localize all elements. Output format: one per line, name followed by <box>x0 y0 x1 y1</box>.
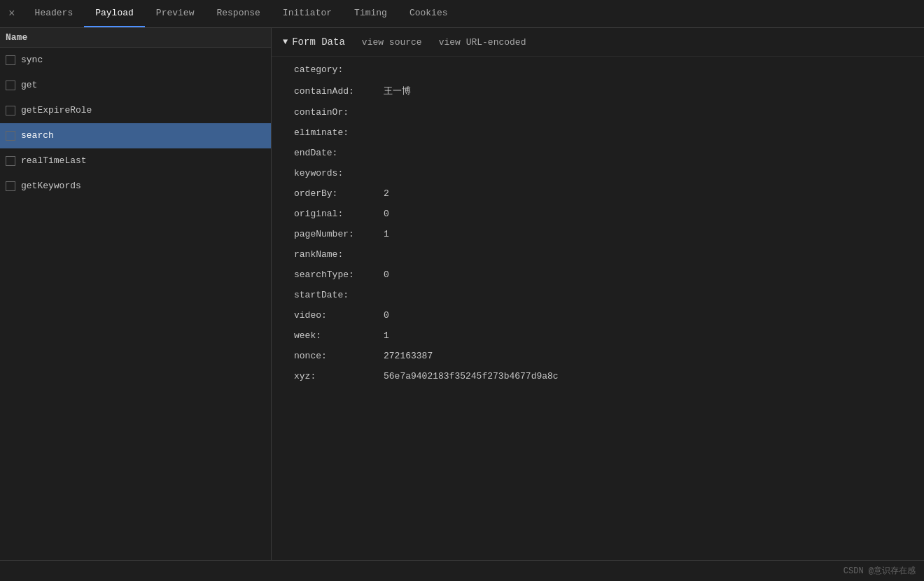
request-item[interactable]: getExpireRole <box>0 98 271 123</box>
form-value: 0 <box>384 209 389 219</box>
form-row: original:0 <box>272 204 924 224</box>
form-row: keywords: <box>272 163 924 183</box>
tab-bar: × Headers Payload Preview Response Initi… <box>0 0 924 28</box>
request-checkbox[interactable] <box>6 131 15 141</box>
tab-response[interactable]: Response <box>205 0 271 27</box>
form-data-title: ▼ Form Data <box>283 36 345 48</box>
left-panel: Name syncgetgetExpireRolesearchrealTimeL… <box>0 28 272 560</box>
form-key: rankName: <box>294 249 378 260</box>
form-key: searchType: <box>294 270 378 280</box>
request-checkbox[interactable] <box>6 106 15 115</box>
form-key: keywords: <box>294 168 378 178</box>
form-value: 272163387 <box>384 351 433 361</box>
form-row: searchType:0 <box>272 265 924 285</box>
form-data-label: Form Data <box>292 36 345 48</box>
form-row: category: <box>272 59 924 80</box>
form-key: containAdd: <box>294 86 378 97</box>
form-value: 1 <box>384 229 389 239</box>
form-row: containAdd:王一博 <box>272 80 924 102</box>
form-row: video:0 <box>272 305 924 326</box>
form-value: 56e7a9402183f35245f273b4677d9a8c <box>384 371 559 382</box>
close-tab-button[interactable]: × <box>0 0 24 27</box>
form-row: nonce:272163387 <box>272 346 924 366</box>
request-name: realTimeLast <box>21 155 87 166</box>
request-checkbox[interactable] <box>6 80 15 90</box>
form-key: xyz: <box>294 371 378 382</box>
form-row: endDate: <box>272 143 924 163</box>
form-row: rankName: <box>272 244 924 265</box>
form-key: pageNumber: <box>294 229 378 239</box>
tab-headers[interactable]: Headers <box>24 0 85 27</box>
request-name: getKeywords <box>21 181 81 191</box>
devtools-container: × Headers Payload Preview Response Initi… <box>0 0 924 581</box>
form-value: 王一博 <box>384 85 411 97</box>
form-key: endDate: <box>294 148 378 158</box>
request-checkbox[interactable] <box>6 181 15 191</box>
form-data-header: ▼ Form Data view source view URL-encoded <box>272 28 924 57</box>
form-row: week:1 <box>272 326 924 346</box>
form-key: original: <box>294 209 378 219</box>
request-item[interactable]: search <box>0 123 271 148</box>
tab-preview[interactable]: Preview <box>145 0 206 27</box>
footer: CSDN @意识存在感 <box>0 560 924 581</box>
form-key: nonce: <box>294 351 378 361</box>
tab-initiator[interactable]: Initiator <box>272 0 343 27</box>
view-source-link[interactable]: view source <box>362 37 422 48</box>
form-row: orderBy:2 <box>272 183 924 204</box>
form-key: orderBy: <box>294 188 378 199</box>
form-value: 2 <box>384 188 389 199</box>
request-name: get <box>21 80 37 90</box>
main-content: Name syncgetgetExpireRolesearchrealTimeL… <box>0 28 924 560</box>
form-row: eliminate: <box>272 122 924 143</box>
form-value: 1 <box>384 330 389 341</box>
request-item[interactable]: getKeywords <box>0 174 271 199</box>
tab-timing[interactable]: Timing <box>343 0 398 27</box>
footer-text: CSDN @意识存在感 <box>844 566 916 576</box>
request-item[interactable]: sync <box>0 48 271 73</box>
collapse-icon[interactable]: ▼ <box>283 37 288 47</box>
form-row: containOr: <box>272 102 924 122</box>
form-key: startDate: <box>294 290 378 300</box>
form-key: week: <box>294 330 378 341</box>
form-key: eliminate: <box>294 127 378 138</box>
form-row: xyz:56e7a9402183f35245f273b4677d9a8c <box>272 366 924 386</box>
request-name: sync <box>21 55 43 65</box>
form-data-body: category:containAdd:王一博containOr:elimina… <box>272 57 924 389</box>
tab-cookies[interactable]: Cookies <box>398 0 459 27</box>
form-row: pageNumber:1 <box>272 224 924 244</box>
request-item[interactable]: get <box>0 73 271 98</box>
request-name: search <box>21 130 54 141</box>
request-checkbox[interactable] <box>6 55 15 65</box>
form-row: startDate: <box>272 285 924 305</box>
form-key: video: <box>294 310 378 321</box>
request-item[interactable]: realTimeLast <box>0 148 271 174</box>
tab-payload[interactable]: Payload <box>84 0 145 27</box>
view-url-encoded-link[interactable]: view URL-encoded <box>439 37 526 48</box>
request-checkbox[interactable] <box>6 156 15 166</box>
request-name: getExpireRole <box>21 105 92 115</box>
form-key: containOr: <box>294 107 378 118</box>
form-value: 0 <box>384 270 389 280</box>
left-panel-header: Name <box>0 28 271 48</box>
right-panel: ▼ Form Data view source view URL-encoded… <box>272 28 924 560</box>
form-key: category: <box>294 64 378 75</box>
form-value: 0 <box>384 310 389 321</box>
